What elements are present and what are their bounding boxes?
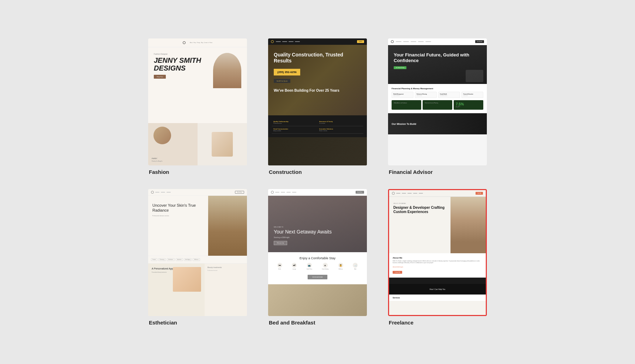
bnb-hero-text: WELCOME TO Your Next Getaway Awaits Star… xyxy=(274,226,332,245)
fashion-bottom-left: Hello! Ready for Angels xyxy=(148,123,198,165)
construction-service-2: Assurance & Timely On schedule xyxy=(318,119,363,126)
fashion-hero-text: Fashion Designer JENNY SMITH DESIGNS Sho… xyxy=(154,53,210,79)
construction-services: Quality Craftsmanship Professional work … xyxy=(268,115,367,137)
fashion-text-block: Hello! Ready for Angels xyxy=(152,157,194,162)
construction-nav-btn: Call Us xyxy=(357,40,364,43)
esth-bottom-right-title: Beauty treatments xyxy=(207,266,244,268)
fashion-label: Fashion xyxy=(148,169,247,175)
construction-years: We've Been Building For Over 25 Years xyxy=(274,89,361,92)
financial-cards-section: Financial Planning & Money Management We… xyxy=(388,84,487,113)
esth-bottom-left: A Personalized Approach to Beauty Person… xyxy=(148,263,205,316)
bnb-nav-btn: Book Now xyxy=(356,191,364,194)
fashion-bottom-section: Hello! Ready for Angels xyxy=(148,123,247,165)
financial-stat-3: 7.5% Avg. APY xyxy=(454,100,483,110)
esth-hero-desc: Professional skincare services xyxy=(152,215,204,217)
template-item-esthetician[interactable]: Book Now Uncover Your Skin's True Radian… xyxy=(148,189,247,326)
template-item-fashion[interactable]: About · Shop · Pricing · Blog · Contact … xyxy=(148,38,247,175)
bnb-hero-title: Your Next Getaway Awaits xyxy=(274,229,332,235)
financial-nav: Get Started xyxy=(388,38,487,45)
freelance-hero: HELLO, I'M SARAH Designer & Developer Cr… xyxy=(389,197,486,253)
freelance-black-title: How I Can Help You xyxy=(430,288,446,290)
construction-phone-box: (255) 352-6256 xyxy=(274,69,300,75)
esth-nav-btn: Book Now xyxy=(235,191,244,194)
esth-hero-image xyxy=(208,196,247,256)
freelance-black-section: How I Can Help You xyxy=(389,284,486,295)
bnb-amenity-beds: 🛏 Beds xyxy=(277,263,282,270)
bnb-heating-icon: ❄ xyxy=(323,263,328,268)
fashion-subtitle: Fashion Designer xyxy=(154,53,210,55)
financial-bottom: Our Mission To Build xyxy=(388,113,487,134)
freelance-hero-image xyxy=(450,197,486,253)
esth-hero-title: Uncover Your Skin's True Radiance xyxy=(152,203,204,213)
freelance-nav: Hire Me xyxy=(389,190,486,197)
fashion-nav: About · Shop · Pricing · Blog · Contact … xyxy=(148,38,247,47)
bnb-amenity-heating: ❄ Great Heating xyxy=(322,263,328,270)
freelance-cta-btn[interactable]: Contact Me xyxy=(393,271,402,274)
bnb-nav: Book Now xyxy=(268,189,367,196)
freelance-services: Services xyxy=(389,295,486,301)
financial-nav-links xyxy=(396,41,431,42)
preview-wrapper-freelance[interactable]: Hire Me HELLO, I'M SARAH Designer & Deve… xyxy=(388,189,487,316)
bnb-hero: WELCOME TO Your Next Getaway Awaits Star… xyxy=(268,196,367,252)
fashion-hand-image xyxy=(212,132,233,157)
fashion-hello-text: Hello! xyxy=(152,157,194,159)
bnb-welcome-text: WELCOME TO xyxy=(274,226,332,228)
construction-service-3: Great Communication Always available xyxy=(272,126,318,134)
financial-hero-content: Your Financial Future, Guided with Confi… xyxy=(394,52,481,69)
template-item-bnb[interactable]: Book Now WELCOME TO Your Next Getaway Aw… xyxy=(268,189,367,326)
bnb-lounge-icon: 🛋 xyxy=(292,263,297,268)
bnb-label: Bed and Breakfast xyxy=(268,320,367,326)
bnb-cta-btn[interactable]: Book your stay xyxy=(274,241,287,245)
bnb-cable-icon: 📺 xyxy=(307,263,312,268)
construction-bottom-image xyxy=(268,137,367,165)
construction-nav: Call Us xyxy=(268,38,367,45)
construction-cta-btn: Get A Free Quote xyxy=(274,79,290,83)
freelance-services-title: Services xyxy=(393,297,482,299)
freelance-social-link[interactable]: @sarahsdesigns xyxy=(393,266,482,268)
bnb-book-btn[interactable]: BOOK A ROOM xyxy=(308,275,327,279)
fashion-preview-card: About · Shop · Pricing · Blog · Contact … xyxy=(148,38,247,165)
financial-nav-logo-icon xyxy=(391,40,394,43)
freelance-about-desc: Hello! I'm Sarah, a digital marketing st… xyxy=(393,260,482,264)
bnb-beds-icon: 🛏 xyxy=(277,263,282,268)
financial-card-4: Financial Education Learn more xyxy=(461,92,483,98)
bnb-amenity-bath: 🛁 Bath xyxy=(353,263,358,270)
freelance-title: Designer & Developer Crafting Custom Exp… xyxy=(393,206,446,214)
template-item-financial[interactable]: Get Started Your Financial Future, Guide… xyxy=(388,38,487,175)
preview-wrapper-construction[interactable]: Call Us Quality Construction, Trusted Re… xyxy=(268,38,367,165)
construction-service-4: Innovative Solutions Modern methods xyxy=(318,126,363,134)
preview-wrapper-financial[interactable]: Get Started Your Financial Future, Guide… xyxy=(388,38,487,165)
bnb-subtitle: Starting at $99/night xyxy=(274,236,332,238)
freelance-label: Freelance xyxy=(388,320,487,326)
esth-tags: Facials Cleansing Exfoliation Hydration … xyxy=(148,256,247,263)
financial-stats-row: 401(k) Advice and Guidance Retirement In… xyxy=(392,100,483,110)
financial-hero-cta: Get Started Today xyxy=(394,66,406,69)
construction-hero-content: Quality Construction, Trusted Results (2… xyxy=(274,52,361,92)
esth-nav-links xyxy=(155,192,171,193)
financial-section-title: Financial Planning & Money Management xyxy=(392,87,483,90)
freelance-hello: HELLO, I'M SARAH xyxy=(393,202,446,204)
fashion-bottom-right xyxy=(198,123,247,165)
financial-label: Financial Advisor xyxy=(388,169,487,175)
esth-bottom-right: Beauty treatments Professional services xyxy=(205,263,247,316)
fashion-nav-links: About · Shop · Pricing · Blog · Contact … xyxy=(190,42,212,43)
financial-stat-2: Retirement Income Planning xyxy=(423,100,452,110)
bnb-amenities: 🛏 Beds 🛋 Lounge 📺 Cable Plans ❄ xyxy=(272,263,363,270)
esthetician-label: Esthetician xyxy=(148,320,247,326)
bnb-bottom-image xyxy=(268,284,367,316)
freelance-about-title: About Me xyxy=(393,257,482,259)
preview-wrapper-fashion[interactable]: About · Shop · Pricing · Blog · Contact … xyxy=(148,38,247,165)
freelance-dark-bar xyxy=(389,278,486,284)
template-item-freelance[interactable]: Hire Me HELLO, I'M SARAH Designer & Deve… xyxy=(388,189,487,326)
preview-wrapper-bnb[interactable]: Book Now WELCOME TO Your Next Getaway Aw… xyxy=(268,189,367,316)
construction-bottom-overlay xyxy=(268,137,367,165)
fashion-cta-btn[interactable]: Shop Now xyxy=(154,75,166,79)
preview-wrapper-esthetician[interactable]: Book Now Uncover Your Skin's True Radian… xyxy=(148,189,247,316)
construction-hero-title: Quality Construction, Trusted Results xyxy=(274,52,361,64)
esthetician-preview-card: Book Now Uncover Your Skin's True Radian… xyxy=(148,189,247,316)
fashion-title: JENNY SMITH DESIGNS xyxy=(154,56,210,72)
esth-bottom-right-desc: Professional services xyxy=(207,270,244,271)
fashion-nav-logo-icon xyxy=(183,41,186,44)
construction-phone: (255) 352-6256 xyxy=(277,71,297,74)
template-item-construction[interactable]: Call Us Quality Construction, Trusted Re… xyxy=(268,38,367,175)
